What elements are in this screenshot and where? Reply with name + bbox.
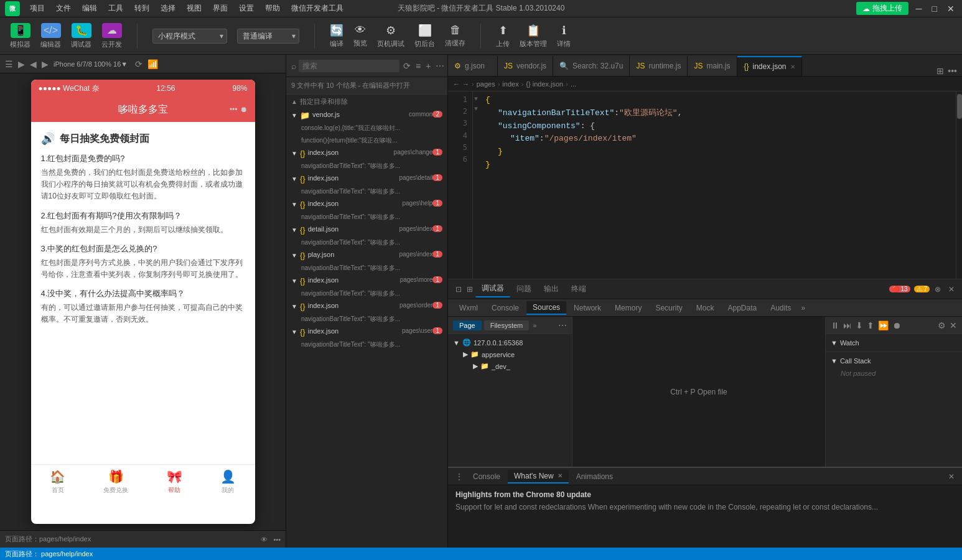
subtab-sources[interactable]: Sources — [526, 301, 566, 315]
toolbar-cloud[interactable]: ☁ 云开发 — [101, 23, 122, 49]
bottom-tab-whatsnew[interactable]: What's New ✕ — [508, 470, 569, 483]
subtab-wxml[interactable]: Wxml — [453, 302, 484, 314]
toolbar-editor[interactable]: </> 编辑器 — [40, 23, 61, 49]
devtools-more-icon[interactable]: ✕ — [946, 282, 957, 296]
upload-button[interactable]: ☁ 拖拽上传 — [856, 2, 908, 15]
menu-interface[interactable]: 界面 — [208, 2, 233, 15]
toolbar-upload[interactable]: ⬆ 上传 — [496, 24, 510, 49]
subtab-security[interactable]: Security — [649, 302, 688, 314]
devtools-undock-icon[interactable]: ⊞ — [464, 282, 475, 296]
debug-step-over-icon[interactable]: ⏭ — [843, 320, 852, 330]
subtab-audits[interactable]: Audits — [764, 302, 797, 314]
tree-item-user[interactable]: ▼ {} index.json pages\user 1 — [286, 325, 447, 338]
path-more-icon[interactable]: ••• — [273, 536, 281, 543]
menu-edit[interactable]: 编辑 — [77, 2, 102, 15]
index-detail-result-1[interactable]: navigationBarTitleText": "哆啦多多... — [296, 236, 447, 249]
menu-goto[interactable]: 转到 — [129, 2, 154, 15]
nav-exchange[interactable]: 🎁 免费兑换 — [103, 469, 128, 495]
search-input[interactable] — [299, 60, 399, 72]
order-result-1[interactable]: navigationBarTitleText": "哆啦多多... — [296, 313, 447, 325]
bottom-panel-close-icon[interactable]: ✕ — [946, 470, 957, 483]
page-tab-button[interactable]: Page — [453, 320, 482, 330]
toolbar-preview[interactable]: 👁 预览 — [353, 24, 367, 48]
devtools-dock-icon[interactable]: ⊡ — [453, 282, 464, 296]
tab-search[interactable]: 🔍 Search: 32.u7u — [553, 56, 630, 76]
tree-item-help[interactable]: ▼ {} index.json pages\help 1 — [286, 198, 447, 211]
menu-devtools[interactable]: 微信开发者工具 — [286, 2, 348, 15]
refresh-icon[interactable]: ⟳ — [402, 60, 412, 72]
tree-item-vendor[interactable]: ▼ 📁 vendor.js common 2 — [286, 109, 447, 122]
mode-select-wrapper[interactable]: 小程序模式 — [152, 29, 227, 44]
debug-deactivate-icon[interactable]: ⏺ — [892, 320, 901, 330]
phone-list-icon[interactable]: ☰ — [5, 59, 13, 69]
phone-nav-dots[interactable]: ••• ⏺ — [230, 105, 248, 114]
subtab-appdata[interactable]: AppData — [721, 302, 763, 314]
compile-select-wrapper[interactable]: 普通编译 — [237, 29, 299, 44]
debug-step-into-icon[interactable]: ⬇ — [856, 320, 863, 330]
filesystem-tab-button[interactable]: Filesystem — [484, 320, 530, 330]
menu-project[interactable]: 项目 — [25, 2, 50, 15]
debug-step-out-icon[interactable]: ⬆ — [867, 320, 874, 330]
breadcrumb-index[interactable]: index — [502, 80, 518, 88]
menu-file[interactable]: 文件 — [51, 2, 76, 15]
tree-item-more[interactable]: ▼ {} index.json pages\more 1 — [286, 274, 447, 287]
maximize-button[interactable]: □ — [930, 4, 940, 14]
device-info[interactable]: iPhone 6/7/8 100% 16▼ — [54, 60, 128, 68]
phone-back-icon[interactable]: ◀ — [30, 59, 37, 69]
new-file-icon[interactable]: + — [424, 60, 432, 72]
bottom-tab-animations[interactable]: Animations — [570, 470, 619, 483]
toolbar-clear-cache[interactable]: 🗑 清缓存 — [445, 24, 465, 48]
play-result-1[interactable]: navigationBarTitleText": "哆啦多多... — [296, 262, 447, 274]
close-button[interactable]: ✕ — [945, 4, 957, 14]
minimize-button[interactable]: ─ — [913, 4, 925, 14]
breadcrumb-nav-forward-icon[interactable]: → — [462, 80, 469, 88]
toolbar-compile[interactable]: 🔄 编译 — [330, 24, 343, 49]
tree-item-detail[interactable]: ▼ {} index.json pages\detail 1 — [286, 172, 447, 185]
phone-play-icon[interactable]: ▶ — [18, 59, 25, 69]
help-result-1[interactable]: navigationBarTitleText": "哆啦多多... — [296, 211, 447, 223]
tab-vendorjs[interactable]: JS vendor.js — [498, 56, 553, 76]
sources-panel-more[interactable]: ⋯ — [558, 320, 567, 330]
mode-select[interactable]: 小程序模式 — [152, 29, 227, 44]
tab-indexjson[interactable]: {} index.json ✕ — [737, 56, 801, 76]
callstack-title[interactable]: ▼ Call Stack — [831, 355, 957, 367]
detail-result-1[interactable]: navigationBarTitleText": "哆啦多多... — [296, 185, 447, 198]
toolbar-detail[interactable]: ℹ 详情 — [557, 24, 571, 49]
tab-runtimejs[interactable]: JS runtime.js — [630, 56, 688, 76]
tab-close-icon[interactable]: ✕ — [790, 63, 795, 70]
whatsnew-close-icon[interactable]: ✕ — [558, 472, 563, 479]
tab-gjson[interactable]: ⚙ g.json — [448, 56, 498, 76]
debug-panel-close-icon[interactable]: ✕ — [950, 320, 957, 330]
bottom-tab-console[interactable]: Console — [467, 470, 507, 483]
subtab-more-icon[interactable]: » — [801, 304, 806, 312]
menu-select[interactable]: 选择 — [156, 2, 180, 15]
change-result-1[interactable]: navigationBarTitleText": "哆啦多多... — [296, 160, 447, 172]
search-filter[interactable]: ▲ 指定目录和排除 — [286, 95, 447, 109]
toolbar-background[interactable]: ⬜ 切后台 — [414, 24, 435, 49]
more-options-icon[interactable]: ⋯ — [434, 60, 446, 72]
tree-item-change[interactable]: ▼ {} index.json pages\change 1 — [286, 147, 447, 160]
split-editor-icon[interactable]: ⊞ — [936, 66, 944, 76]
tab-terminal[interactable]: 终端 — [565, 281, 592, 297]
sources-appservice-item[interactable]: ▶ 📁 appservice — [448, 348, 572, 360]
debug-step-icon[interactable]: ⏩ — [878, 320, 889, 330]
breadcrumb-nav-icon[interactable]: ← — [453, 80, 460, 88]
sources-dev-item[interactable]: ▶ 📁 _dev_ — [448, 360, 572, 372]
toolbar-version[interactable]: 📋 版本管理 — [520, 24, 547, 49]
sources-tabs-more[interactable]: » — [533, 322, 536, 329]
tab-issues[interactable]: 问题 — [510, 281, 538, 297]
more-result-1[interactable]: navigationBarTitleText": "哆啦多多... — [296, 287, 447, 300]
breadcrumb-file[interactable]: {} index.json — [526, 80, 563, 88]
subtab-mock[interactable]: Mock — [690, 302, 721, 314]
path-eye-icon[interactable]: 👁 — [261, 536, 268, 543]
sources-server-item[interactable]: ▼ 🌐 127.0.0.1:65368 — [448, 337, 572, 348]
watch-title[interactable]: ▼ Watch — [831, 337, 957, 349]
scrollbar-thumb[interactable] — [957, 94, 962, 119]
devtools-close-icon[interactable]: ⊗ — [932, 282, 943, 296]
menu-view[interactable]: 视图 — [182, 2, 207, 15]
collapse-all-icon[interactable]: ≡ — [414, 60, 422, 72]
nav-help[interactable]: 🎀 帮助 — [167, 469, 182, 495]
nav-profile[interactable]: 👤 我的 — [220, 469, 236, 495]
tree-item-index-detail[interactable]: ▼ {} detail.json pages\index 1 — [286, 223, 447, 236]
editor-scrollbar[interactable] — [956, 91, 962, 279]
